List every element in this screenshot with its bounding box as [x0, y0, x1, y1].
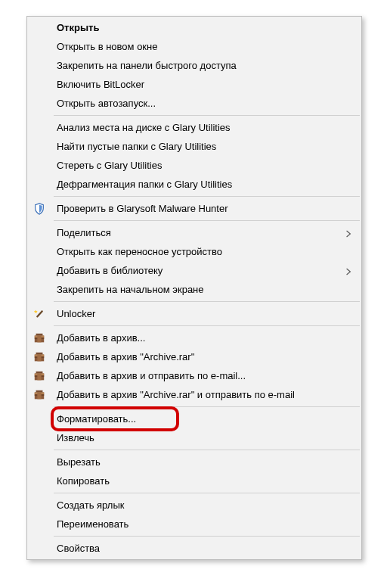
separator [54, 115, 360, 116]
svg-rect-18 [36, 390, 43, 392]
menu-share[interactable]: Поделиться [28, 223, 361, 242]
menu-label: Открыть как переносное устройство [57, 246, 338, 257]
menu-add-archive[interactable]: Добавить в архив... [28, 328, 361, 347]
menu-label: Закрепить на панели быстрого доступа [57, 60, 338, 71]
menu-glarysoft-check[interactable]: Проверить в Glarysoft Malware Hunter [28, 199, 361, 218]
wand-icon [33, 307, 46, 321]
menu-label: Свойства [57, 543, 338, 554]
separator [54, 493, 360, 493]
menu-rename[interactable]: Переименовать [28, 515, 361, 534]
menu-label: Поделиться [57, 227, 338, 238]
menu-label: Вырезать [57, 456, 338, 468]
svg-rect-5 [37, 335, 41, 342]
separator [54, 536, 360, 537]
menu-label: Добавить в архив "Archive.rar" [57, 351, 338, 362]
menu-label: Форматировать... [57, 413, 338, 425]
menu-open[interactable]: Открыть [28, 18, 361, 37]
svg-rect-10 [37, 354, 41, 361]
winrar-icon [33, 350, 46, 364]
separator [54, 406, 360, 407]
svg-rect-13 [36, 371, 43, 373]
menu-label: Закрепить на начальном экране [57, 284, 338, 295]
menu-label: Дефрагментация папки с Glary Utilities [57, 179, 338, 190]
menu-label: Открыть в новом окне [57, 41, 338, 52]
menu-enable-bitlocker[interactable]: Включить BitLocker [28, 75, 361, 94]
menu-pin-start[interactable]: Закрепить на начальном экране [28, 280, 361, 299]
menu-label: Проверить в Glarysoft Malware Hunter [57, 203, 338, 214]
menu-format[interactable]: Форматировать... [28, 409, 361, 428]
menu-copy[interactable]: Копировать [28, 471, 361, 490]
menu-label: Включить BitLocker [57, 79, 338, 90]
menu-label: Создать ярлык [57, 499, 338, 511]
winrar-icon [33, 331, 46, 345]
menu-glary-find-empty[interactable]: Найти пустые папки с Glary Utilities [28, 137, 361, 156]
winrar-icon [33, 369, 46, 383]
separator [54, 196, 360, 197]
menu-label: Копировать [57, 475, 338, 487]
svg-rect-15 [37, 373, 41, 380]
shield-icon [33, 202, 46, 216]
context-menu: Открыть Открыть в новом окне Закрепить н… [26, 16, 362, 560]
menu-pin-quick-access[interactable]: Закрепить на панели быстрого доступа [28, 56, 361, 75]
menu-glary-erase[interactable]: Стереть с Glary Utilities [28, 156, 361, 175]
chevron-right-icon [345, 229, 353, 238]
menu-label: Добавить в архив... [57, 332, 338, 344]
menu-properties[interactable]: Свойства [28, 539, 361, 558]
menu-label: Добавить в архив "Archive.rar" и отправи… [57, 389, 338, 400]
menu-label: Добавить в библиотеку [57, 265, 338, 276]
menu-label: Unlocker [57, 308, 338, 319]
menu-glary-disk-analysis[interactable]: Анализ места на диске с Glary Utilities [28, 118, 361, 137]
menu-add-email[interactable]: Добавить в архив и отправить по e-mail..… [28, 366, 361, 385]
separator [54, 325, 360, 326]
menu-label: Добавить в архив и отправить по e-mail..… [57, 370, 338, 381]
menu-label: Открыть автозапуск... [57, 98, 338, 109]
menu-label: Стереть с Glary Utilities [57, 160, 338, 171]
chevron-right-icon [345, 266, 353, 275]
separator [54, 450, 360, 450]
menu-label: Открыть [57, 22, 338, 33]
menu-add-rar-email[interactable]: Добавить в архив "Archive.rar" и отправи… [28, 385, 361, 404]
menu-label: Переименовать [57, 518, 338, 530]
winrar-icon [33, 388, 46, 402]
menu-open-portable[interactable]: Открыть как переносное устройство [28, 242, 361, 261]
menu-glary-defrag[interactable]: Дефрагментация папки с Glary Utilities [28, 175, 361, 194]
menu-cut[interactable]: Вырезать [28, 453, 361, 471]
menu-label: Анализ места на диске с Glary Utilities [57, 122, 338, 133]
separator [54, 220, 360, 221]
menu-open-new-window[interactable]: Открыть в новом окне [28, 37, 361, 56]
svg-rect-8 [36, 352, 43, 354]
menu-label: Найти пустые папки с Glary Utilities [57, 141, 338, 152]
svg-rect-20 [37, 392, 41, 399]
menu-unlocker[interactable]: Unlocker [28, 304, 361, 323]
menu-extract[interactable]: Извлечь [28, 428, 361, 447]
menu-add-archive-rar[interactable]: Добавить в архив "Archive.rar" [28, 347, 361, 366]
separator [54, 301, 360, 302]
menu-add-library[interactable]: Добавить в библиотеку [28, 261, 361, 280]
menu-create-shortcut[interactable]: Создать ярлык [28, 496, 361, 515]
svg-rect-3 [36, 333, 43, 335]
menu-label: Извлечь [57, 432, 338, 443]
menu-open-autorun[interactable]: Открыть автозапуск... [28, 94, 361, 113]
